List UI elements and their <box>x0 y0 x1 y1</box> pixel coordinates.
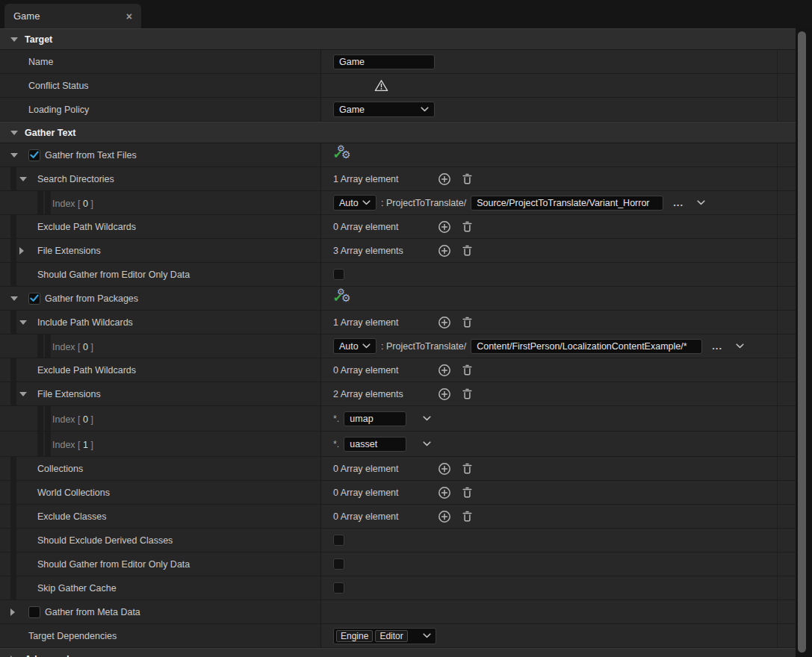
gear-icon: ⚙ <box>341 292 351 304</box>
ellipsis-browse-button[interactable]: ... <box>712 340 722 352</box>
close-icon[interactable]: × <box>126 11 132 22</box>
expander-down-icon[interactable] <box>10 131 18 135</box>
chevron-down-icon[interactable] <box>736 343 744 349</box>
ellipsis-browse-button[interactable]: ... <box>673 197 684 208</box>
indent-guide <box>45 191 52 214</box>
empty-array-icon[interactable] <box>461 462 474 475</box>
name-cell: Collections <box>0 457 321 480</box>
property-row-should-gather-from-editor-only-data: Should Gather from Editor Only Data <box>0 263 796 287</box>
value-checkbox[interactable] <box>333 558 344 570</box>
indent-guide <box>10 358 18 382</box>
path-input[interactable] <box>471 339 702 354</box>
name-cell: Exclude Path Wildcards <box>0 215 321 238</box>
property-row-search-directories: Search Directories1 Array element <box>0 167 796 191</box>
empty-array-icon[interactable] <box>461 486 474 499</box>
reset-to-default-cell <box>777 600 796 623</box>
value-cell <box>321 74 777 97</box>
expander-down-icon[interactable] <box>10 37 18 42</box>
add-array-element-icon[interactable] <box>438 387 451 401</box>
reset-to-default-cell <box>777 98 796 121</box>
add-array-element-icon[interactable] <box>438 244 451 258</box>
expander-right-icon[interactable] <box>10 608 15 616</box>
checkmark-icon <box>30 151 39 159</box>
expander-right-icon[interactable] <box>19 247 24 255</box>
indent-guide <box>37 334 45 358</box>
category-label: Gather Text <box>25 128 76 138</box>
category-header-advanced[interactable]: Advanced <box>0 648 796 657</box>
property-row-target-dependencies: Target DependenciesEngineEditor <box>0 624 796 648</box>
name-text-input[interactable] <box>333 55 435 69</box>
scrollbar-track[interactable] <box>796 28 812 657</box>
extension-prefix-label: *. <box>333 439 339 449</box>
reset-to-default-cell <box>777 215 796 238</box>
empty-array-icon[interactable] <box>461 220 474 233</box>
reset-to-default-cell <box>777 311 796 334</box>
property-label: File Extensions <box>37 246 101 256</box>
expander-down-icon[interactable] <box>10 296 18 301</box>
value-checkbox[interactable] <box>333 535 344 546</box>
add-array-element-icon[interactable] <box>438 510 451 523</box>
dependency-tag: Engine <box>336 630 373 642</box>
add-array-element-icon[interactable] <box>438 316 451 329</box>
value-cell: *. <box>321 432 777 456</box>
index-label-number: 1 <box>83 440 88 450</box>
index-label-suffix: ] <box>88 342 93 352</box>
indent-guide <box>10 239 18 262</box>
chevron-down-icon[interactable] <box>697 200 705 205</box>
expander-down-icon[interactable] <box>19 320 27 325</box>
property-checkbox[interactable] <box>28 293 40 305</box>
path-root-dropdown[interactable]: Auto <box>333 195 376 211</box>
tab-game[interactable]: Game × <box>4 4 141 28</box>
indent-guide <box>10 505 18 528</box>
empty-array-icon[interactable] <box>461 387 474 400</box>
empty-array-icon[interactable] <box>461 172 474 185</box>
empty-array-icon[interactable] <box>461 364 474 376</box>
name-cell: World Collections <box>0 481 321 504</box>
add-array-element-icon[interactable] <box>438 364 451 377</box>
property-label: Index [ 0 ] <box>52 412 93 426</box>
property-checkbox[interactable] <box>28 149 40 161</box>
property-checkbox[interactable] <box>28 606 40 618</box>
value-cell: ⚙ ⚙ ✔ <box>321 143 777 166</box>
extension-input[interactable] <box>344 437 406 452</box>
array-count-label: 1 Array element <box>333 174 438 184</box>
value-checkbox[interactable] <box>333 269 344 280</box>
add-array-element-icon[interactable] <box>438 462 451 476</box>
expander-down-icon[interactable] <box>19 392 27 396</box>
category-label: Target <box>25 34 52 45</box>
add-array-element-icon[interactable] <box>438 486 451 499</box>
add-array-element-icon[interactable] <box>438 220 451 234</box>
value-checkbox[interactable] <box>333 582 344 594</box>
chevron-down-icon[interactable] <box>423 416 431 421</box>
reset-to-default-cell <box>777 334 796 358</box>
property-row-should-gather-from-editor-only-data: Should Gather from Editor Only Data <box>0 552 796 576</box>
property-label: Search Directories <box>37 174 114 184</box>
chevron-down-icon[interactable] <box>423 441 431 446</box>
expander-down-icon[interactable] <box>19 177 27 181</box>
array-count-label: 0 Array element <box>333 464 438 474</box>
path-root-dropdown[interactable]: Auto <box>333 338 376 354</box>
property-row-name: Name <box>0 50 796 74</box>
chevron-down-icon <box>362 200 371 205</box>
path-input[interactable] <box>471 196 663 211</box>
reset-to-default-cell <box>777 74 796 97</box>
empty-array-icon[interactable] <box>461 316 474 328</box>
empty-array-icon[interactable] <box>461 244 474 257</box>
extension-input[interactable] <box>344 411 406 426</box>
loading-policy-dropdown[interactable]: Game <box>333 102 435 117</box>
add-array-element-icon[interactable] <box>438 172 451 186</box>
value-cell: 0 Array element <box>321 481 777 504</box>
scrollbar-thumb[interactable] <box>798 31 806 653</box>
empty-array-icon[interactable] <box>461 510 474 523</box>
reset-to-default-cell <box>777 143 796 166</box>
property-row-exclude-classes: Exclude Classes0 Array element <box>0 505 796 529</box>
target-dependencies-dropdown[interactable]: EngineEditor <box>333 628 436 644</box>
indent-guide <box>45 432 52 456</box>
category-header-gather-text[interactable]: Gather Text <box>0 122 796 143</box>
category-header-target[interactable]: Target <box>0 28 796 50</box>
expander-down-icon[interactable] <box>10 153 18 158</box>
reset-to-default-cell <box>777 457 796 480</box>
name-cell: Index [ 0 ] <box>0 406 321 431</box>
reset-to-default-cell <box>777 287 796 310</box>
gather-settings-icon: ⚙ ⚙ ✔ <box>333 148 353 163</box>
